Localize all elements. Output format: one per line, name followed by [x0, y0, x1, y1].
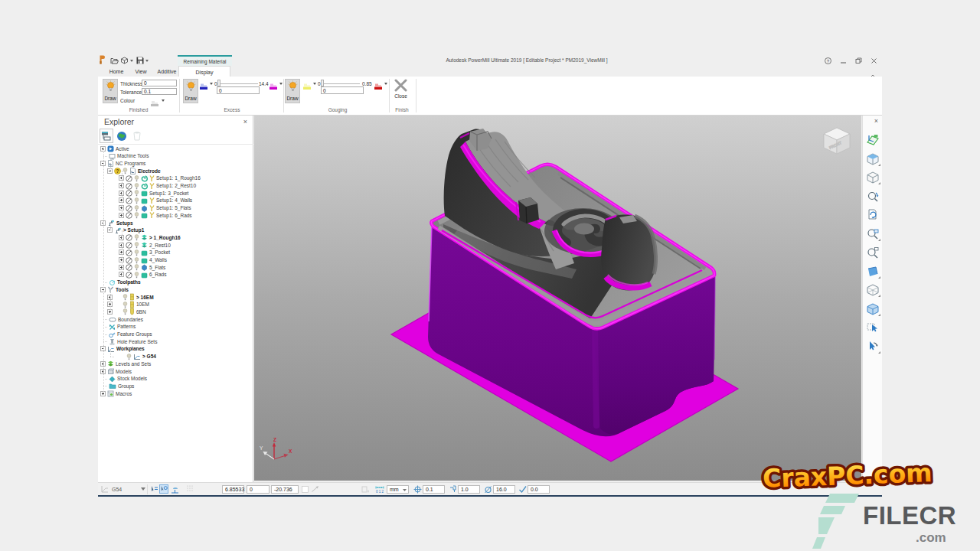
tab-additive[interactable]: Additive [155, 66, 178, 77]
tab-display[interactable]: Display [178, 66, 230, 77]
tree-item[interactable]: > G54 [107, 353, 156, 360]
explorer-title: Explorer [104, 117, 134, 126]
gouging-max-colour-swatch[interactable] [374, 80, 383, 88]
restore-icon[interactable] [854, 57, 862, 64]
tolerance-input[interactable]: 0.1 [142, 88, 177, 95]
tip-check-icon [518, 484, 527, 494]
finished-draw-button[interactable]: Draw [103, 79, 118, 103]
contextual-tab-group: Remaining Material Display [178, 55, 232, 77]
page-refresh-icon[interactable] [866, 208, 880, 222]
close-window-icon[interactable] [870, 57, 877, 64]
grid-icon[interactable] [187, 484, 194, 494]
tree-item[interactable]: Macros [100, 390, 132, 397]
diameter-field[interactable]: 16.0 [493, 485, 515, 494]
shaded-wire-icon[interactable] [866, 302, 880, 316]
tree-guide-line [110, 223, 111, 230]
dropdown-mark-icon [877, 276, 881, 279]
gouging-min-colour-swatch[interactable] [302, 80, 312, 88]
dropdown-mark-icon [877, 163, 881, 167]
excess-value-input[interactable]: 0 [217, 86, 260, 94]
cube-view-icon[interactable] [866, 171, 880, 184]
window-title: Autodesk PowerMill Ultimate 2019 [ Edita… [374, 57, 680, 63]
explorer-close-icon[interactable]: × [243, 119, 247, 126]
relative-move-icon[interactable] [311, 484, 319, 494]
measure-icon[interactable] [171, 484, 179, 494]
select-box-icon[interactable] [866, 321, 880, 334]
excess-group-label: Excess [213, 107, 251, 112]
coord-y-field[interactable]: 0 [247, 485, 270, 494]
web-icon[interactable] [115, 129, 129, 143]
explorer-panel: Explorer × ActiveMachine ToolsNC Program… [98, 116, 253, 482]
close-x-icon [394, 79, 407, 92]
close-viewmill-button[interactable]: Close [394, 79, 407, 99]
tree-guide-stub [103, 282, 107, 283]
tree-item[interactable]: Setup1: 6_Rads [119, 211, 192, 219]
tree-item[interactable]: Stock Models [100, 375, 147, 383]
gouging-slider-max: 0.85 [362, 81, 372, 86]
zoom-box-icon[interactable] [866, 227, 880, 241]
gouging-slider-track[interactable] [324, 83, 360, 84]
lightbulb-icon [288, 80, 298, 93]
finished-colour-dropdown-icon[interactable] [162, 99, 165, 102]
quick-access-toolbar [100, 55, 149, 66]
tolerance-crosshair-icon [413, 484, 422, 494]
workplane-dropdown-icon[interactable] [141, 484, 145, 494]
workplane-sheet-icon[interactable] [866, 133, 880, 147]
zoom-rotate-icon[interactable] [866, 190, 880, 204]
viewport-3d[interactable]: FRONT Z X Y [254, 116, 861, 481]
gouging-value-input[interactable]: 0 [321, 86, 364, 94]
gouging-group-label: Gouging [318, 107, 357, 112]
right-hump [601, 215, 655, 291]
view-toolbar-close-icon[interactable]: × [874, 117, 878, 125]
craxpc-watermark: CraxPC.com CraxPC.com [753, 457, 942, 495]
save-dropdown-icon[interactable] [145, 60, 149, 62]
zoom-window-icon[interactable] [866, 246, 880, 259]
svg-text:?: ? [116, 168, 119, 174]
clipboard-icon[interactable] [130, 129, 144, 143]
finished-colour-swatch[interactable] [150, 96, 159, 105]
tree-guide-stub [103, 341, 107, 342]
help-icon[interactable]: ? [824, 57, 831, 64]
excess-max-colour-swatch[interactable] [269, 80, 278, 88]
export-dropdown-icon[interactable] [130, 60, 133, 62]
block-icon [141, 208, 148, 222]
workplane-select[interactable]: G54 [112, 484, 122, 494]
tree-view-icon[interactable] [100, 129, 113, 143]
window-bottom-accent [98, 495, 882, 497]
coord-x-field[interactable]: 6.85533 [222, 485, 244, 494]
excess-draw-button[interactable]: Draw [183, 79, 198, 103]
thickness-input[interactable]: 0 [142, 80, 177, 86]
gouging-draw-button[interactable]: Draw [285, 79, 300, 103]
cursor-position-icon[interactable] [150, 484, 158, 494]
minimize-icon[interactable] [839, 57, 847, 64]
lock-checkbox[interactable] [302, 484, 309, 494]
excess-max-dropdown-icon[interactable] [279, 83, 283, 85]
iso-cube-icon[interactable] [866, 152, 880, 166]
tip-field[interactable]: 0.0 [528, 485, 550, 494]
tree-item[interactable]: 6_Rads [119, 271, 166, 279]
units-select[interactable]: mm [387, 485, 409, 494]
excess-min-colour-swatch[interactable] [199, 80, 208, 88]
bulb-icon [134, 208, 139, 222]
excess-min-dropdown-icon[interactable] [210, 83, 213, 85]
thickness-field[interactable]: 1.0 [458, 485, 480, 494]
ribbon: Draw Thickness 0 Tolerance 0.1 Colour Fi… [98, 77, 882, 116]
dropdown-mark-icon [877, 350, 881, 354]
dropdown-mark-icon [877, 238, 881, 242]
clamp-status-icon [361, 484, 370, 494]
tab-home[interactable]: Home [104, 66, 129, 77]
gouging-max-dropdown-icon[interactable] [384, 83, 387, 85]
select-undo-icon[interactable] [866, 340, 880, 354]
shaded-view-icon[interactable] [866, 265, 880, 279]
workplane-status-icon [101, 484, 109, 494]
coord-z-field[interactable]: -20.736 [271, 485, 299, 494]
tolerance-field[interactable]: 0.1 [423, 485, 445, 494]
tree-item[interactable]: Models [100, 367, 132, 375]
snap-toggle-on[interactable] [159, 484, 168, 494]
wireframe-view-icon[interactable] [866, 283, 880, 297]
tab-view[interactable]: View [129, 66, 153, 77]
macro-icon [107, 386, 114, 400]
gouging-min-dropdown-icon[interactable] [313, 83, 316, 85]
excess-slider-track[interactable] [220, 83, 258, 84]
tree-guide-line [122, 230, 122, 275]
